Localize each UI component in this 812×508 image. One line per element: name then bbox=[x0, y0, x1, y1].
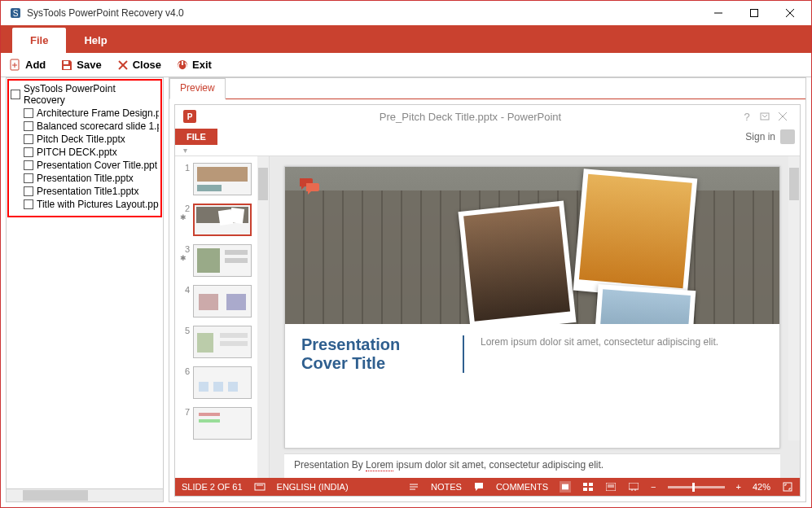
menu-help[interactable]: Help bbox=[66, 28, 125, 53]
normal-view-icon[interactable] bbox=[560, 481, 571, 493]
slide-number: 4 bbox=[180, 285, 190, 295]
ppt-help-icon[interactable]: ? bbox=[738, 111, 756, 123]
slide-number: 7 bbox=[180, 407, 190, 417]
svg-rect-26 bbox=[583, 483, 587, 486]
notes-icon[interactable] bbox=[408, 481, 419, 493]
comments-icon[interactable] bbox=[473, 481, 485, 493]
preview-pane: Preview P Pre_Pitch Deck Title.pptx - Po… bbox=[169, 77, 806, 502]
close-button[interactable] bbox=[772, 1, 808, 25]
svg-rect-20 bbox=[255, 484, 265, 490]
checkbox[interactable] bbox=[11, 90, 20, 99]
toolbar: Add Save Close Exit bbox=[1, 53, 811, 77]
thumbnail[interactable]: 2✱ bbox=[175, 202, 269, 243]
slide-thumbnails: 1 2✱ 3✱ 4 5 6 7 bbox=[175, 156, 270, 478]
animation-star-icon: ✱ bbox=[180, 254, 190, 262]
status-language[interactable]: ENGLISH (INDIA) bbox=[277, 482, 349, 492]
preview-tab[interactable]: Preview bbox=[169, 78, 226, 99]
status-comments[interactable]: COMMENTS bbox=[496, 482, 548, 492]
menubar: File Help bbox=[1, 25, 811, 53]
zoom-level[interactable]: 42% bbox=[753, 482, 770, 492]
tree-item-label: Presentation Title1.pptx bbox=[37, 186, 138, 197]
zoom-out-button[interactable]: − bbox=[651, 482, 656, 492]
maximize-button[interactable] bbox=[736, 1, 772, 25]
thumbnail[interactable]: 5 bbox=[175, 324, 269, 365]
spellcheck-icon[interactable] bbox=[254, 481, 266, 493]
slide-subtitle: Lorem ipsum dolor sit amet, consectetur … bbox=[481, 335, 718, 349]
ppt-statusbar: SLIDE 2 OF 61 ENGLISH (INDIA) NOTES COMM… bbox=[175, 478, 800, 496]
tree-item[interactable]: Architecture Frame Design.p bbox=[11, 107, 159, 120]
svg-rect-3 bbox=[751, 10, 758, 17]
zoom-slider[interactable] bbox=[668, 486, 725, 488]
svg-rect-10 bbox=[64, 66, 70, 69]
ppt-file-button[interactable]: FILE bbox=[175, 129, 217, 145]
tree-root-label: SysTools PowerPoint Recovery bbox=[24, 83, 159, 106]
avatar-icon[interactable] bbox=[780, 129, 795, 144]
svg-rect-28 bbox=[583, 488, 587, 491]
checkbox[interactable] bbox=[24, 134, 33, 144]
thumbnail[interactable]: 6 bbox=[175, 365, 269, 405]
notes-text: Presentation By bbox=[294, 459, 366, 471]
tree-item[interactable]: Pitch Deck Title.pptx bbox=[11, 133, 159, 146]
tree-root[interactable]: SysTools PowerPoint Recovery bbox=[11, 82, 159, 107]
thumbnail[interactable]: 3✱ bbox=[175, 243, 269, 283]
ppt-close-icon[interactable] bbox=[774, 111, 792, 123]
svg-rect-25 bbox=[562, 484, 568, 490]
exit-button[interactable]: Exit bbox=[176, 59, 212, 72]
file-tree-pane: SysTools PowerPoint Recovery Architectur… bbox=[6, 77, 164, 502]
comment-bubble-icon bbox=[298, 177, 321, 195]
checkbox[interactable] bbox=[24, 186, 33, 196]
ppt-ribbon-options-icon[interactable] bbox=[756, 111, 774, 123]
close-file-button[interactable]: Close bbox=[116, 59, 161, 72]
svg-rect-29 bbox=[589, 488, 593, 491]
powerpoint-icon: P bbox=[183, 110, 196, 123]
exit-label: Exit bbox=[192, 59, 212, 71]
checkbox[interactable] bbox=[24, 199, 33, 209]
zoom-in-button[interactable]: + bbox=[736, 482, 741, 492]
notes-text: ipsum dolor sit amet, consectetur adipis… bbox=[393, 459, 604, 471]
add-label: Add bbox=[25, 59, 46, 71]
slide-canvas[interactable]: Presentation Cover Title Lorem ipsum dol… bbox=[284, 166, 780, 449]
add-button[interactable]: Add bbox=[9, 59, 46, 72]
svg-rect-33 bbox=[629, 483, 639, 489]
menu-file[interactable]: File bbox=[12, 28, 66, 53]
ppt-ribbon: FILE Sign in bbox=[175, 128, 800, 146]
thumbnail[interactable]: 4 bbox=[175, 283, 269, 324]
thumbnail[interactable]: 1 bbox=[175, 161, 269, 202]
notes-text: Lorem bbox=[366, 459, 393, 471]
minimize-button[interactable] bbox=[700, 1, 736, 25]
tree-item[interactable]: Presentation Title1.pptx bbox=[11, 185, 159, 198]
horizontal-scrollbar[interactable] bbox=[7, 488, 163, 501]
checkbox[interactable] bbox=[24, 121, 33, 131]
slide-editor: Presentation Cover Title Lorem ipsum dol… bbox=[270, 156, 800, 478]
slide-number: 2 bbox=[180, 204, 190, 213]
fit-to-window-icon[interactable] bbox=[782, 481, 793, 493]
tree-item[interactable]: Title with Pictures Layout.pp bbox=[11, 198, 159, 211]
status-notes[interactable]: NOTES bbox=[431, 482, 462, 492]
svg-rect-9 bbox=[64, 61, 68, 64]
sorter-view-icon[interactable] bbox=[582, 481, 594, 493]
save-button[interactable]: Save bbox=[60, 59, 101, 72]
checkbox[interactable] bbox=[24, 147, 33, 157]
tree-item[interactable]: PITCH DECK.pptx bbox=[11, 146, 159, 159]
reading-view-icon[interactable] bbox=[605, 481, 617, 493]
checkbox[interactable] bbox=[24, 160, 33, 170]
svg-text:S: S bbox=[13, 9, 19, 18]
tree-item[interactable]: Balanced scorecard slide 1.p bbox=[11, 120, 159, 133]
slideshow-icon[interactable] bbox=[628, 481, 639, 493]
ppt-sign-in[interactable]: Sign in bbox=[745, 131, 775, 142]
thumbnails-scrollbar[interactable] bbox=[257, 156, 269, 478]
speaker-notes[interactable]: Presentation By Lorem ipsum dolor sit am… bbox=[284, 453, 780, 478]
tree-item-label: PITCH DECK.pptx bbox=[37, 147, 117, 158]
thumbnail[interactable]: 7 bbox=[175, 405, 269, 446]
svg-text:P: P bbox=[187, 112, 193, 121]
animation-star-icon: ✱ bbox=[180, 213, 190, 221]
tree-item-label: Presentation Title.pptx bbox=[37, 173, 134, 184]
tree-item[interactable]: Presentation Title.pptx bbox=[11, 172, 159, 185]
tree-item[interactable]: Presentation Cover Title.ppt bbox=[11, 159, 159, 172]
powerpoint-preview: P Pre_Pitch Deck Title.pptx - PowerPoint… bbox=[174, 104, 801, 497]
checkbox[interactable] bbox=[24, 108, 33, 118]
checkbox[interactable] bbox=[24, 173, 33, 183]
ribbon-collapse-icon[interactable]: ▾ bbox=[175, 146, 800, 155]
slide-vertical-scrollbar[interactable] bbox=[788, 156, 800, 440]
status-slide-count[interactable]: SLIDE 2 OF 61 bbox=[182, 482, 243, 492]
